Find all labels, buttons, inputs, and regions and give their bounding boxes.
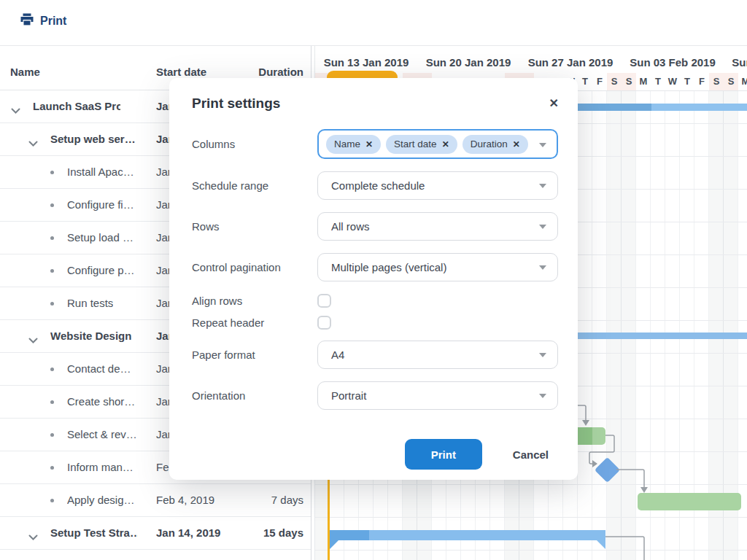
task-name: Run tests: [67, 297, 113, 309]
field-control: [317, 316, 558, 330]
task-bullet-icon: [50, 433, 54, 437]
column-header-start-date[interactable]: Start date: [156, 66, 206, 78]
field-label: Columns: [192, 138, 317, 150]
checkbox-repeat-header[interactable]: [317, 316, 331, 330]
chart-row-line: [315, 484, 747, 485]
field-control: [317, 294, 558, 308]
select-control-pagination[interactable]: Multiple pages (vertical): [317, 253, 558, 281]
chart-column: [636, 91, 651, 560]
chip-label: Name: [334, 139, 360, 149]
timeline-day-header: T: [680, 73, 694, 90]
task-duration: 7 days: [271, 494, 303, 506]
field-label: Align rows: [192, 295, 317, 307]
gantt-app: Print Sun 13 Jan 2019Sun 20 Jan 2019Sun …: [0, 0, 747, 560]
timeline-week-header[interactable]: Sun 13 Jan 2019: [315, 56, 417, 69]
dialog-buttons: Print Cancel: [192, 439, 557, 470]
timeline-day-header: F: [592, 73, 607, 90]
task-row[interactable]: Apply desig…Feb 4, 20197 days: [0, 484, 311, 517]
timeline-day-header: S: [724, 73, 738, 90]
toolbar-print-button[interactable]: Print: [20, 13, 66, 28]
task-bullet-icon: [50, 269, 54, 273]
timeline-day-header: S: [622, 73, 636, 90]
dialog-field-align-rows: Align rows: [192, 294, 557, 308]
field-control: Name✕Start date✕Duration✕: [317, 129, 558, 159]
chart-column: [709, 91, 724, 560]
chart-column: [738, 91, 747, 560]
task-start-date: Jan 14, 2019: [156, 526, 220, 539]
timeline-week-header[interactable]: Sun 27 Jan 2019: [519, 56, 622, 69]
timeline-day-header: M: [738, 73, 747, 90]
chevron-down-icon[interactable]: [539, 394, 546, 398]
column-header-duration[interactable]: Duration: [258, 66, 303, 78]
chevron-down-icon[interactable]: [539, 225, 546, 229]
timeline-week-header[interactable]: Sun 03 Feb 2019: [622, 56, 724, 69]
chevron-down-icon[interactable]: [539, 353, 546, 357]
chip-remove-icon[interactable]: ✕: [365, 139, 373, 149]
select-paper-format[interactable]: A4: [317, 341, 558, 369]
field-label: Orientation: [192, 389, 317, 402]
dialog-title: Print settings: [192, 96, 557, 112]
chevron-down-icon[interactable]: [539, 143, 546, 147]
printer-icon: [20, 13, 34, 28]
dialog-field-paper-format: Paper formatA4: [192, 341, 557, 369]
select-rows[interactable]: All rows: [317, 212, 558, 241]
chevron-down-icon[interactable]: [11, 104, 20, 111]
chart-column: [622, 91, 636, 560]
columns-multiselect[interactable]: Name✕Start date✕Duration✕: [317, 129, 558, 159]
task-start-date: Feb 4, 2019: [156, 494, 214, 506]
select-schedule-range[interactable]: Complete schedule: [317, 171, 558, 200]
task-bullet-icon: [50, 400, 54, 404]
timeline-day-header: S: [709, 73, 724, 90]
task-duration: 15 days: [263, 526, 303, 539]
chevron-down-icon[interactable]: [28, 334, 38, 341]
column-chip: Duration✕: [462, 135, 528, 154]
chart-row-line: [315, 517, 747, 518]
chip-label: Start date: [394, 139, 437, 149]
task-row[interactable]: Setup Test Stra…Jan 14, 201915 days: [0, 517, 311, 550]
column-chip: Start date✕: [386, 135, 457, 154]
chart-column: [665, 91, 680, 560]
toolbar-print-label: Print: [40, 15, 66, 28]
select-orientation[interactable]: Portrait: [317, 381, 558, 410]
timeline-week-header[interactable]: Sun 10 Feb 2019: [724, 56, 747, 69]
chevron-down-icon[interactable]: [28, 531, 38, 537]
timeline-day-header: T: [651, 73, 665, 90]
timeline-week-header[interactable]: Sun 20 Jan 2019: [417, 56, 519, 69]
toolbar: Print: [0, 0, 747, 46]
task-bullet-icon: [50, 499, 54, 502]
task-name: Setup load …: [67, 231, 133, 244]
checkbox-align-rows[interactable]: [317, 294, 331, 308]
chart-column: [578, 91, 592, 560]
field-control: A4: [317, 341, 558, 369]
column-chip: Name✕: [326, 135, 381, 154]
task-bullet-icon: [50, 302, 54, 306]
task-bar-summary[interactable]: [330, 530, 605, 549]
field-label: Paper format: [192, 349, 317, 361]
chevron-down-icon[interactable]: [539, 265, 546, 270]
task-name: Apply desig…: [67, 494, 135, 506]
dialog-field-schedule-range: Schedule rangeComplete schedule: [192, 171, 557, 200]
chart-column: [724, 91, 738, 560]
timeline-day-header: S: [607, 73, 622, 90]
print-button[interactable]: Print: [405, 439, 482, 470]
chart-column: [694, 91, 709, 560]
chart-row-line: [315, 550, 747, 551]
column-header-name[interactable]: Name: [10, 66, 40, 78]
chevron-down-icon[interactable]: [539, 184, 546, 188]
chevron-down-icon[interactable]: [28, 137, 38, 144]
task-name: Contact de…: [67, 362, 131, 375]
chip-remove-icon[interactable]: ✕: [513, 139, 520, 149]
chart-column: [680, 91, 694, 560]
chip-remove-icon[interactable]: ✕: [442, 139, 449, 149]
task-name: Configure p…: [67, 264, 135, 276]
task-bar[interactable]: [638, 493, 741, 510]
task-bullet-icon: [50, 203, 54, 207]
field-control: Portrait: [317, 381, 558, 410]
chart-column: [607, 91, 622, 560]
cancel-button[interactable]: Cancel: [513, 448, 549, 461]
chart-column: [592, 91, 607, 560]
close-icon[interactable]: ✕: [549, 96, 559, 110]
task-name: Create shor…: [67, 395, 135, 408]
field-control: All rows: [317, 212, 558, 241]
task-name: Configure fi…: [67, 198, 134, 211]
